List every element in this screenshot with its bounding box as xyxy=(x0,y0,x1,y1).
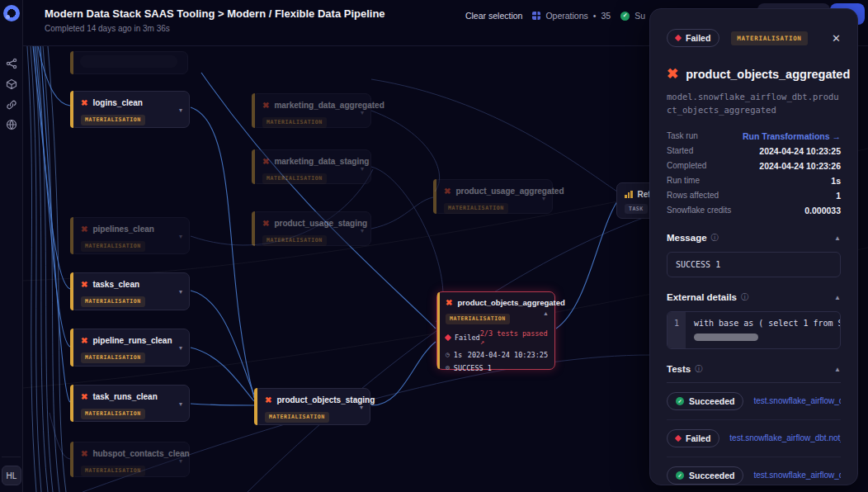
chevron-down-icon[interactable]: ▾ xyxy=(360,404,363,411)
chevron-down-icon[interactable]: ▾ xyxy=(179,400,182,408)
bar-chart-icon xyxy=(625,191,633,198)
chevron-down-icon[interactable]: ▾ xyxy=(361,109,364,116)
gear-icon: ⚙ xyxy=(446,364,450,371)
sidebar: HL xyxy=(0,0,23,492)
chevron-down-icon[interactable]: ▾ xyxy=(179,344,182,352)
succeeded-check-icon xyxy=(676,471,684,480)
node-tasks-clean[interactable]: ✖tasks_clean ▾ MATERIALISATION xyxy=(70,272,190,310)
pipelines-graph-icon[interactable] xyxy=(6,58,17,69)
collapse-arrow-icon[interactable]: ▲ xyxy=(834,294,841,301)
products-cube-icon[interactable] xyxy=(6,78,17,90)
chevron-down-icon[interactable]: ▾ xyxy=(179,106,182,114)
materialisation-badge: MATERIALISATION xyxy=(81,352,145,363)
clock-icon: ◷ xyxy=(446,351,450,358)
test-link[interactable]: test.snowflake_airflow_dbt.not_null_pr xyxy=(729,433,841,442)
status-badge: Failed xyxy=(667,29,719,47)
app-canvas: HL Modern Data Stack SAAS Tooling > Mode… xyxy=(0,0,868,492)
tests-section-title: Tests xyxy=(667,364,691,374)
model-path: model.snowflake_airflow_dbt.product_obje… xyxy=(667,90,841,117)
success-counter[interactable]: Su xyxy=(620,11,645,21)
dbt-icon: ✖ xyxy=(81,450,87,458)
collapse-arrow-icon[interactable]: ▲ xyxy=(834,234,841,242)
info-icon: ⓘ xyxy=(741,292,749,303)
materialisation-badge: MATERIALISATION xyxy=(262,235,327,246)
node-product-usage-staging[interactable]: ✖product_usage_staging ▾ MATERIALISATION xyxy=(252,211,371,246)
node-pipelines-clean[interactable]: ✖pipelines_clean ▾ MATERIALISATION xyxy=(70,217,190,254)
run-status-subtitle: Completed 14 days ago in 3m 36s xyxy=(45,24,170,33)
dbt-icon: ✖ xyxy=(81,225,87,234)
failed-diamond-icon xyxy=(445,334,451,340)
materialisation-badge: MATERIALISATION xyxy=(81,115,145,125)
sidebar-divider xyxy=(2,457,21,457)
clear-selection-button[interactable]: Clear selection xyxy=(465,11,522,21)
chevron-down-icon[interactable]: ▾ xyxy=(361,165,364,173)
test-status-badge: Failed xyxy=(667,429,719,447)
failed-diamond-icon xyxy=(675,35,682,41)
page-title: Modern Data Stack SAAS Tooling > Modern … xyxy=(45,7,385,20)
collapsed-code-pill[interactable] xyxy=(694,334,758,341)
test-status-badge: Succeeded xyxy=(667,392,743,410)
node-marketing-data-aggregated[interactable]: ✖marketing_data_aggregated ▾ MATERIALISA… xyxy=(252,93,371,128)
chevron-up-icon[interactable]: ▲ xyxy=(543,310,549,316)
node-product-usage-aggregated[interactable]: ✖product_usage_aggregated ▾ MATERIALISAT… xyxy=(433,179,553,214)
info-icon: ⓘ xyxy=(695,364,703,375)
globe-icon[interactable] xyxy=(6,119,17,130)
chevron-down-icon[interactable]: ▾ xyxy=(179,233,182,240)
app-logo-icon[interactable] xyxy=(3,5,20,21)
chevron-down-icon[interactable]: ▾ xyxy=(179,457,182,465)
success-check-icon xyxy=(620,12,630,21)
materialisation-badge: MATERIALISATION xyxy=(731,31,807,45)
dbt-icon: ✖ xyxy=(444,187,451,196)
user-avatar[interactable]: HL xyxy=(2,466,21,485)
test-row: Failed test.snowflake_airflow_dbt.not_nu… xyxy=(667,420,841,457)
node-skeleton xyxy=(80,55,177,68)
line-number: 1 xyxy=(668,312,686,348)
details-panel: Failed MATERIALISATION ✕ ✖ product_objec… xyxy=(649,8,858,485)
node-pipeline-runs-clean[interactable]: ✖pipeline_runs_clean ▾ MATERIALISATION xyxy=(70,329,190,367)
materialisation-badge: MATERIALISATION xyxy=(81,409,145,419)
dbt-icon: ✖ xyxy=(446,299,452,307)
operations-counter[interactable]: Operations • 35 xyxy=(532,11,611,21)
dbt-icon: ✖ xyxy=(262,102,269,110)
close-icon[interactable]: ✕ xyxy=(832,32,841,45)
materialisation-badge: MATERIALISATION xyxy=(262,173,327,184)
panel-title: product_objects_aggregated xyxy=(686,68,850,81)
dbt-icon: ✖ xyxy=(81,337,87,345)
sql-code-block[interactable]: 1 with base as ( select 1 from SNOWFLAKE xyxy=(667,311,841,349)
message-section-title: Message xyxy=(667,233,707,243)
materialisation-badge: MATERIALISATION xyxy=(81,241,145,252)
chevron-down-icon[interactable]: ▾ xyxy=(542,195,545,202)
succeeded-check-icon xyxy=(676,397,684,405)
chevron-down-icon[interactable]: ▾ xyxy=(179,288,182,296)
node-product-objects-aggregated-selected[interactable]: ✖product_objects_aggregated ▲ MATERIALIS… xyxy=(436,291,555,370)
collapse-arrow-icon[interactable]: ▲ xyxy=(834,366,841,373)
node-task-runs-clean[interactable]: ✖task_runs_clean ▾ MATERIALISATION xyxy=(70,385,190,422)
materialisation-badge: MATERIALISATION xyxy=(262,117,327,128)
dbt-icon: ✖ xyxy=(81,281,87,289)
node-logins-clean[interactable]: ✖logins_clean ▾ MATERIALISATION xyxy=(70,91,190,128)
test-link[interactable]: test.snowflake_airflow_dbt.unique_pro xyxy=(753,396,841,405)
node-marketing-data-staging[interactable]: ✖marketing_data_staging ▾ MATERIALISATIO… xyxy=(252,149,371,184)
dbt-icon: ✖ xyxy=(81,393,87,401)
operations-grid-icon xyxy=(532,12,540,20)
test-link[interactable]: test.snowflake_airflow_dbt.not_null_pr xyxy=(753,471,841,480)
node-timestamp: 2024-04-24 10:23:25 xyxy=(468,351,548,359)
integrations-link-icon[interactable] xyxy=(6,99,17,111)
materialisation-badge: MATERIALISATION xyxy=(446,314,510,324)
dbt-icon: ✖ xyxy=(81,99,87,107)
dbt-icon: ✖ xyxy=(262,158,269,166)
info-icon: ⓘ xyxy=(711,233,719,244)
failed-diamond-icon xyxy=(675,434,682,441)
tests-summary-link[interactable]: 2/3 tests passed ↗ xyxy=(480,329,548,346)
node-hubspot-contacts-clean[interactable]: ✖hubspot_contacts_clean ▾ MATERIALISATIO… xyxy=(70,442,190,477)
test-row: Succeeded test.snowflake_airflow_dbt.not… xyxy=(667,457,841,492)
materialisation-badge: MATERIALISATION xyxy=(444,203,508,214)
materialisation-badge: MATERIALISATION xyxy=(265,412,329,423)
materialisation-badge: MATERIALISATION xyxy=(81,296,145,307)
test-row: Succeeded test.snowflake_airflow_dbt.uni… xyxy=(667,383,841,420)
chevron-down-icon[interactable]: ▾ xyxy=(361,227,364,234)
run-transformations-link[interactable]: Run Transformations → xyxy=(743,131,841,141)
node-partial[interactable] xyxy=(70,51,188,74)
dbt-icon: ✖ xyxy=(262,220,269,228)
node-product-objects-staging[interactable]: ✖product_objects_staging ▾ MATERIALISATI… xyxy=(254,388,370,425)
